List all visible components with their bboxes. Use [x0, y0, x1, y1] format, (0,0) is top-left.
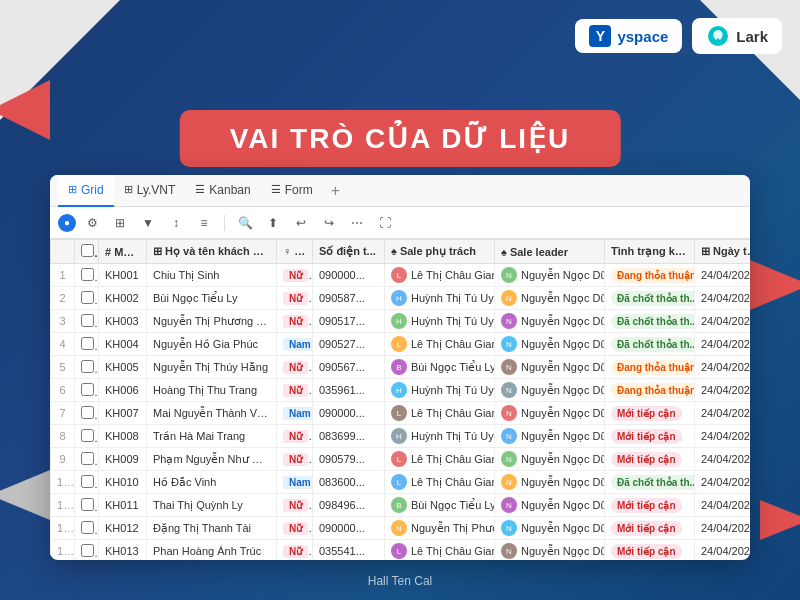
- table-row[interactable]: 3 KH003 Nguyễn Thị Phương Thảo Nữ 090517…: [51, 310, 751, 333]
- sale-phu-name: Bùi Ngọc Tiểu Ly: [411, 361, 495, 374]
- toolbar-dot[interactable]: ●: [58, 214, 76, 232]
- redo-button[interactable]: ↪: [317, 211, 341, 235]
- avatar: B: [391, 359, 407, 375]
- table-row[interactable]: 6 KH006 Hoàng Thị Thu Trang Nữ 035961...…: [51, 379, 751, 402]
- cell-check[interactable]: [75, 540, 99, 561]
- cell-check[interactable]: [75, 379, 99, 402]
- avatar: L: [391, 543, 407, 559]
- cell-sale-phu: L Lê Thị Châu Giang: [385, 402, 495, 425]
- tab-lyvnt[interactable]: ⊞ Ly.VNT: [114, 175, 186, 207]
- cell-phone: 083600...: [313, 471, 385, 494]
- row-checkbox[interactable]: [81, 383, 94, 396]
- col-header-gender[interactable]: ♀ Giới tính: [277, 240, 313, 264]
- cell-sale-phu: N Nguyễn Thị Phương ...: [385, 517, 495, 540]
- toolbar: ● ⚙ ⊞ ▼ ↕ ≡ 🔍 ⬆ ↩ ↪ ⋯ ⛶: [50, 207, 750, 239]
- status-badge: Đã chốt thỏa th...: [611, 475, 695, 490]
- settings-button[interactable]: ⚙: [80, 211, 104, 235]
- row-checkbox[interactable]: [81, 521, 94, 534]
- table-row[interactable]: 12 KH012 Đặng Thị Thanh Tài Nữ 090000...…: [51, 517, 751, 540]
- add-tab-button[interactable]: +: [323, 182, 348, 200]
- share-button[interactable]: ⬆: [261, 211, 285, 235]
- col-header-sale-lead[interactable]: ♠ Sale leader: [495, 240, 605, 264]
- row-checkbox[interactable]: [81, 314, 94, 327]
- lark-label: Lark: [736, 28, 768, 45]
- col-header-phone[interactable]: Số điện t...: [313, 240, 385, 264]
- cell-date: 24/04/2024: [695, 540, 751, 561]
- cell-ma: KH010: [99, 471, 147, 494]
- cell-status: Đã chốt thỏa th...: [605, 287, 695, 310]
- cell-check[interactable]: [75, 287, 99, 310]
- copy-button[interactable]: ⊞: [108, 211, 132, 235]
- cell-name: Chiu Thị Sinh: [147, 264, 277, 287]
- cell-sale-lead: N Nguyễn Ngọc Dũng: [495, 287, 605, 310]
- table-row[interactable]: 7 KH007 Mai Nguyễn Thành Vinh Nam 090000…: [51, 402, 751, 425]
- cell-check[interactable]: [75, 471, 99, 494]
- table-row[interactable]: 1 KH001 Chiu Thị Sinh Nữ 090000... L Lê …: [51, 264, 751, 287]
- cell-check[interactable]: [75, 356, 99, 379]
- cell-date: 24/04/2024: [695, 448, 751, 471]
- sale-phu-name: Huỳnh Thị Tú Uyên: [411, 292, 495, 305]
- status-badge: Đang thỏa thuận: [611, 268, 695, 283]
- row-checkbox[interactable]: [81, 475, 94, 488]
- cell-check[interactable]: [75, 310, 99, 333]
- row-checkbox[interactable]: [81, 452, 94, 465]
- expand-button[interactable]: ⛶: [373, 211, 397, 235]
- sort-button[interactable]: ↕: [164, 211, 188, 235]
- tab-grid[interactable]: ⊞ Grid: [58, 175, 114, 207]
- status-badge: Đã chốt thỏa th...: [611, 314, 695, 329]
- select-all-checkbox[interactable]: [81, 244, 94, 257]
- sale-lead-name: Nguyễn Ngọc Dũng: [521, 384, 605, 397]
- avatar: H: [391, 313, 407, 329]
- table-row[interactable]: 10 KH010 Hồ Đắc Vinh Nam 083600... L Lê …: [51, 471, 751, 494]
- cell-check[interactable]: [75, 517, 99, 540]
- cell-check[interactable]: [75, 402, 99, 425]
- table-row[interactable]: 9 KH009 Phạm Nguyễn Như Hoa Nữ 090579...…: [51, 448, 751, 471]
- row-checkbox[interactable]: [81, 406, 94, 419]
- cell-name: Thai Thị Quỳnh Ly: [147, 494, 277, 517]
- row-checkbox[interactable]: [81, 498, 94, 511]
- table-row[interactable]: 8 KH008 Trần Hà Mai Trang Nữ 083699... H…: [51, 425, 751, 448]
- filter-button[interactable]: ▼: [136, 211, 160, 235]
- col-header-name[interactable]: ⊞ Họ và tên khách hàng: [147, 240, 277, 264]
- cell-check[interactable]: [75, 333, 99, 356]
- col-header-sale-phu[interactable]: ♠ Sale phụ trách: [385, 240, 495, 264]
- col-header-ma[interactable]: # Mã KH: [99, 240, 147, 264]
- cell-check[interactable]: [75, 425, 99, 448]
- cell-num: 1: [51, 264, 75, 287]
- tab-kanban[interactable]: ☰ Kanban: [185, 175, 260, 207]
- cell-check[interactable]: [75, 264, 99, 287]
- cell-status: Mới tiếp cận: [605, 540, 695, 561]
- cell-status: Đang thỏa thuận: [605, 379, 695, 402]
- table-row[interactable]: 13 KH013 Phan Hoàng Ánh Trúc Nữ 035541..…: [51, 540, 751, 561]
- cell-check[interactable]: [75, 448, 99, 471]
- search-button[interactable]: 🔍: [233, 211, 257, 235]
- avatar: N: [501, 359, 517, 375]
- grid-container[interactable]: # Mã KH ⊞ Họ và tên khách hàng ♀ Giới tí…: [50, 239, 750, 560]
- row-checkbox[interactable]: [81, 429, 94, 442]
- more-button[interactable]: ⋯: [345, 211, 369, 235]
- gender-badge: Nữ: [283, 430, 308, 443]
- col-header-status[interactable]: Tình trạng khách h...: [605, 240, 695, 264]
- table-row[interactable]: 5 KH005 Nguyễn Thị Thúy Hằng Nữ 090567..…: [51, 356, 751, 379]
- row-checkbox[interactable]: [81, 544, 94, 557]
- row-checkbox[interactable]: [81, 337, 94, 350]
- cell-ma: KH001: [99, 264, 147, 287]
- col-header-date[interactable]: ⊞ Ngày tao: [695, 240, 751, 264]
- cell-phone: 090000...: [313, 402, 385, 425]
- undo-button[interactable]: ↩: [289, 211, 313, 235]
- cell-sale-phu: L Lê Thị Châu Giang: [385, 333, 495, 356]
- cell-status: Mới tiếp cận: [605, 402, 695, 425]
- lyvnt-icon: ⊞: [124, 183, 133, 196]
- table-row[interactable]: 4 KH004 Nguyễn Hồ Gia Phúc Nam 090527...…: [51, 333, 751, 356]
- tab-form[interactable]: ☰ Form: [261, 175, 323, 207]
- gender-badge: Nữ: [283, 499, 308, 512]
- row-checkbox[interactable]: [81, 360, 94, 373]
- table-row[interactable]: 2 KH002 Bùi Ngọc Tiểu Ly Nữ 090587... H …: [51, 287, 751, 310]
- row-checkbox[interactable]: [81, 268, 94, 281]
- y-icon: Y: [589, 25, 611, 47]
- cell-check[interactable]: [75, 494, 99, 517]
- group-button[interactable]: ≡: [192, 211, 216, 235]
- table-row[interactable]: 11 KH011 Thai Thị Quỳnh Ly Nữ 098496... …: [51, 494, 751, 517]
- row-checkbox[interactable]: [81, 291, 94, 304]
- lark-logo: Lark: [692, 18, 782, 54]
